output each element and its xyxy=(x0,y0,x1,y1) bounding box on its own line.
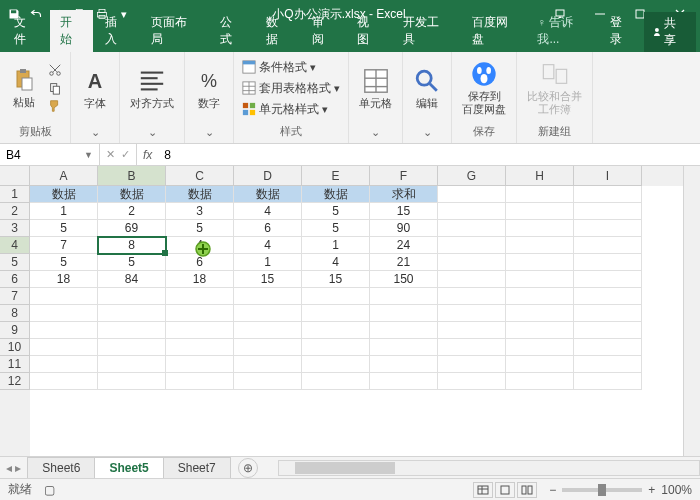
cell[interactable] xyxy=(302,305,370,322)
cell[interactable] xyxy=(438,254,506,271)
cell[interactable] xyxy=(506,271,574,288)
paste-button[interactable]: 粘贴 xyxy=(6,64,42,111)
cell[interactable] xyxy=(98,305,166,322)
cell[interactable] xyxy=(302,322,370,339)
share-button[interactable]: 共享 xyxy=(644,12,696,52)
cell[interactable]: 求和 xyxy=(370,186,438,203)
cell[interactable] xyxy=(30,373,98,390)
tab-data[interactable]: 数据 xyxy=(256,10,300,52)
page-break-view-button[interactable] xyxy=(517,482,537,498)
sheet-tab[interactable]: Sheet6 xyxy=(27,457,95,478)
cell[interactable] xyxy=(438,305,506,322)
cell[interactable]: 24 xyxy=(370,237,438,254)
cell[interactable] xyxy=(98,322,166,339)
cell[interactable]: 7 xyxy=(30,237,98,254)
cell[interactable] xyxy=(438,203,506,220)
cell[interactable] xyxy=(234,305,302,322)
column-header[interactable]: G xyxy=(438,166,506,186)
zoom-slider[interactable] xyxy=(562,488,642,492)
cell[interactable]: 4 xyxy=(234,203,302,220)
cell[interactable] xyxy=(302,339,370,356)
cell[interactable]: 21 xyxy=(370,254,438,271)
sheet-tab[interactable]: Sheet7 xyxy=(163,457,231,478)
cell[interactable] xyxy=(574,356,642,373)
sheet-nav[interactable]: ◂ ▸ xyxy=(0,461,27,475)
select-all-corner[interactable] xyxy=(0,166,30,186)
format-painter-button[interactable] xyxy=(46,98,64,114)
cell[interactable] xyxy=(574,288,642,305)
cell[interactable] xyxy=(98,288,166,305)
row-header[interactable]: 5 xyxy=(0,254,30,271)
cells-button[interactable]: 单元格 xyxy=(355,65,396,112)
cell[interactable] xyxy=(574,271,642,288)
cell[interactable] xyxy=(438,186,506,203)
tab-baidu[interactable]: 百度网盘 xyxy=(462,10,529,52)
cell[interactable]: 数据 xyxy=(30,186,98,203)
cell[interactable] xyxy=(506,305,574,322)
fx-icon[interactable]: fx xyxy=(137,144,158,165)
cell[interactable]: 5 xyxy=(302,220,370,237)
cell[interactable] xyxy=(370,305,438,322)
conditional-format-button[interactable]: 条件格式 ▾ xyxy=(240,58,342,77)
cell[interactable] xyxy=(574,220,642,237)
row-header[interactable]: 9 xyxy=(0,322,30,339)
cell[interactable]: 150 xyxy=(370,271,438,288)
column-header[interactable]: B xyxy=(98,166,166,186)
cell[interactable]: 4 xyxy=(302,254,370,271)
horizontal-scrollbar[interactable] xyxy=(278,460,700,476)
tab-formulas[interactable]: 公式 xyxy=(210,10,254,52)
row-header[interactable]: 8 xyxy=(0,305,30,322)
save-baidu-button[interactable]: 保存到 百度网盘 xyxy=(458,58,510,118)
cells-area[interactable]: 数据数据数据数据数据求和1234515569565907844124556142… xyxy=(30,186,683,456)
tab-home[interactable]: 开始 xyxy=(50,10,94,52)
cell[interactable]: 5 xyxy=(166,220,234,237)
cell[interactable]: 18 xyxy=(166,271,234,288)
cell[interactable] xyxy=(574,186,642,203)
cell[interactable]: 4 xyxy=(234,237,302,254)
cell[interactable]: 2 xyxy=(98,203,166,220)
cell[interactable] xyxy=(506,203,574,220)
row-header[interactable]: 2 xyxy=(0,203,30,220)
cell[interactable] xyxy=(506,186,574,203)
cancel-formula-icon[interactable]: ✕ xyxy=(106,148,115,161)
tab-developer[interactable]: 开发工具 xyxy=(393,10,460,52)
cell[interactable] xyxy=(506,373,574,390)
cell[interactable]: 84 xyxy=(98,271,166,288)
chevron-down-icon[interactable]: ▼ xyxy=(84,150,93,160)
cell[interactable] xyxy=(30,339,98,356)
sign-in-link[interactable]: 登录 xyxy=(602,10,642,52)
cell[interactable]: 69 xyxy=(98,220,166,237)
cell[interactable] xyxy=(30,305,98,322)
cell[interactable] xyxy=(166,322,234,339)
row-header[interactable]: 3 xyxy=(0,220,30,237)
vertical-scrollbar[interactable] xyxy=(683,166,700,456)
number-button[interactable]: %数字 xyxy=(191,65,227,112)
cell[interactable]: 15 xyxy=(234,271,302,288)
cell[interactable]: 90 xyxy=(370,220,438,237)
table-format-button[interactable]: 套用表格格式 ▾ xyxy=(240,79,342,98)
cell[interactable] xyxy=(234,288,302,305)
cell[interactable] xyxy=(438,220,506,237)
cell[interactable]: 5 xyxy=(302,203,370,220)
compare-merge-button[interactable]: 比较和合并 工作簿 xyxy=(523,58,586,118)
column-header[interactable]: I xyxy=(574,166,642,186)
cell[interactable] xyxy=(234,356,302,373)
cell[interactable] xyxy=(370,339,438,356)
cell[interactable]: 15 xyxy=(302,271,370,288)
cell[interactable] xyxy=(302,288,370,305)
cell[interactable]: 数据 xyxy=(234,186,302,203)
cell[interactable] xyxy=(506,237,574,254)
zoom-control[interactable]: − + 100% xyxy=(549,483,692,497)
column-header[interactable]: E xyxy=(302,166,370,186)
cell[interactable] xyxy=(438,271,506,288)
cell[interactable] xyxy=(166,305,234,322)
cell[interactable] xyxy=(574,322,642,339)
zoom-level[interactable]: 100% xyxy=(661,483,692,497)
cell[interactable] xyxy=(30,288,98,305)
cell[interactable] xyxy=(30,356,98,373)
column-header[interactable]: D xyxy=(234,166,302,186)
cell[interactable]: 1 xyxy=(302,237,370,254)
alignment-button[interactable]: 对齐方式 xyxy=(126,65,178,112)
cell[interactable] xyxy=(234,322,302,339)
cell[interactable]: 18 xyxy=(30,271,98,288)
